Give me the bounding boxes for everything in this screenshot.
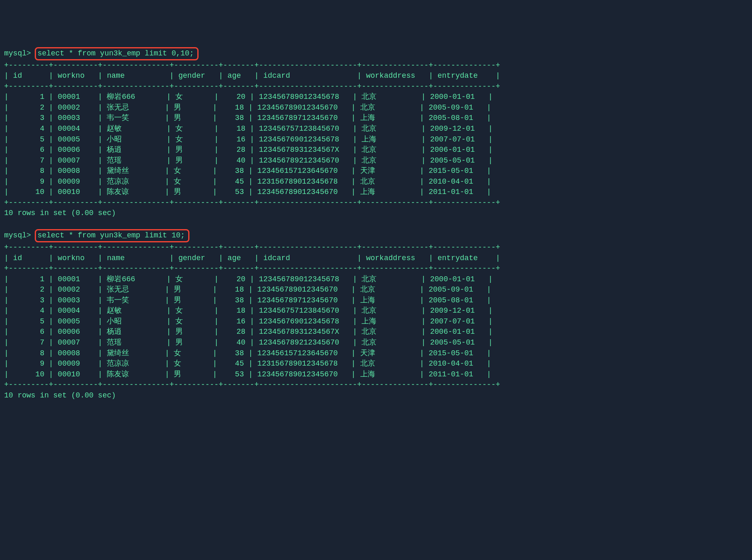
table-row: | 2 | 00002 | 张无忌 | 男 | 18 | 12345678901… — [4, 285, 491, 294]
table-row: | 8 | 00008 | 黛绮丝 | 女 | 38 | 12345615712… — [4, 167, 491, 175]
table-separator: +---------+----------+---------------+--… — [4, 264, 500, 273]
table-header-row: | id | workno | name | gender | age | id… — [4, 254, 500, 262]
table-separator: +---------+----------+---------------+--… — [4, 199, 500, 207]
table-row: | 4 | 00004 | 赵敏 | 女 | 18 | 123456757123… — [4, 124, 493, 133]
table-row: | 4 | 00004 | 赵敏 | 女 | 18 | 123456757123… — [4, 306, 493, 315]
sql-query: select * from yun3k_emp limit 10; — [38, 231, 185, 239]
table-row: | 5 | 00005 | 小昭 | 女 | 16 | 123456769012… — [4, 135, 493, 144]
table-row: | 7 | 00007 | 范瑶 | 男 | 40 | 123456789212… — [4, 156, 493, 165]
table-row: | 2 | 00002 | 张无忌 | 男 | 18 | 12345678901… — [4, 103, 491, 112]
table-row: | 9 | 00009 | 范凉凉 | 女 | 45 | 12315678901… — [4, 177, 491, 186]
mysql-prompt: mysql> — [4, 49, 31, 57]
query-highlight: select * from yun3k_emp limit 0,10; — [35, 47, 199, 60]
result-footer: 10 rows in set (0.00 sec) — [4, 391, 116, 400]
terminal-output: mysql> select * from yun3k_emp limit 0,1… — [4, 47, 748, 401]
table-row: | 10 | 00010 | 陈友谅 | 男 | 53 | 1234567890… — [4, 370, 491, 378]
sql-query: select * from yun3k_emp limit 0,10; — [38, 49, 194, 57]
table-separator: +---------+----------+---------------+--… — [4, 82, 500, 91]
table-separator: +---------+----------+---------------+--… — [4, 243, 500, 251]
table-row: | 8 | 00008 | 黛绮丝 | 女 | 38 | 12345615712… — [4, 349, 491, 357]
mysql-prompt-line[interactable]: mysql> select * from yun3k_emp limit 10; — [4, 231, 189, 239]
table-row: | 6 | 00006 | 杨逍 | 男 | 28 | 123456789312… — [4, 328, 493, 336]
table-row: | 6 | 00006 | 杨逍 | 男 | 28 | 123456789312… — [4, 146, 493, 154]
result-footer: 10 rows in set (0.00 sec) — [4, 209, 116, 217]
table-row: | 1 | 00001 | 柳岩666 | 女 | 20 | 123456789… — [4, 275, 493, 283]
table-row: | 10 | 00010 | 陈友谅 | 男 | 53 | 1234567890… — [4, 188, 491, 196]
table-row: | 5 | 00005 | 小昭 | 女 | 16 | 123456769012… — [4, 317, 493, 325]
table-separator: +---------+----------+---------------+--… — [4, 61, 500, 69]
mysql-prompt: mysql> — [4, 231, 31, 239]
table-row: | 9 | 00009 | 范凉凉 | 女 | 45 | 12315678901… — [4, 359, 491, 368]
table-row: | 3 | 00003 | 韦一笑 | 男 | 38 | 12345678971… — [4, 114, 491, 122]
table-row: | 3 | 00003 | 韦一笑 | 男 | 38 | 12345678971… — [4, 296, 491, 304]
table-row: | 1 | 00001 | 柳岩666 | 女 | 20 | 123456789… — [4, 93, 493, 101]
table-header-row: | id | workno | name | gender | age | id… — [4, 72, 500, 80]
mysql-prompt-line[interactable]: mysql> select * from yun3k_emp limit 0,1… — [4, 49, 199, 57]
table-separator: +---------+----------+---------------+--… — [4, 381, 500, 389]
query-highlight: select * from yun3k_emp limit 10; — [35, 229, 189, 242]
table-row: | 7 | 00007 | 范瑶 | 男 | 40 | 123456789212… — [4, 338, 493, 347]
